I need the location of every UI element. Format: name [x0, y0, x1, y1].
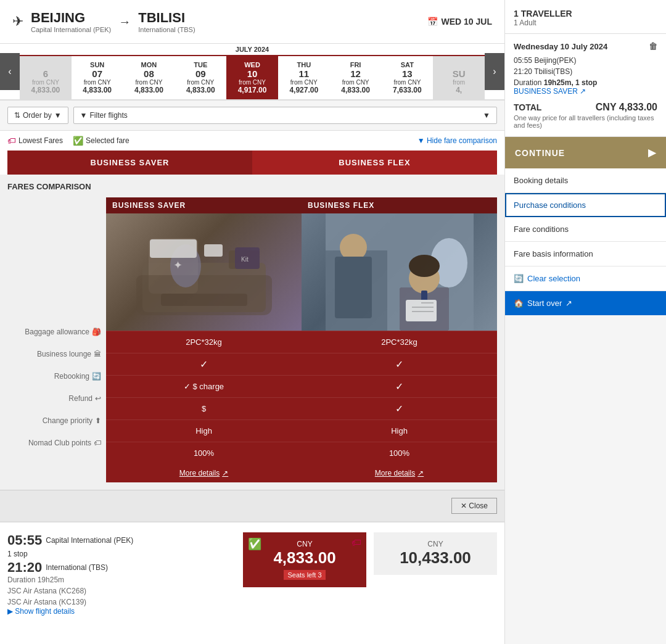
clear-selection-label: Clear selection	[527, 274, 580, 283]
booking-summary: Wednesday 10 July 2024 🗑 05:55 Beijing(P…	[505, 34, 666, 137]
day-name: SAT	[401, 61, 414, 68]
price-from: from	[453, 79, 465, 86]
hide-fare-comparison-link[interactable]: ▼ Hide fare comparison	[417, 136, 497, 145]
airline1: JSC Air Astana (KC268)	[7, 587, 236, 595]
priority-icon: ⬆	[95, 416, 101, 425]
check-icon: ✓	[200, 358, 208, 370]
check-circle-icon: ✅	[73, 136, 83, 146]
lowest-fares-label: Lowest Fares	[18, 136, 63, 145]
price-box-flex[interactable]: CNY 10,433.00	[374, 532, 497, 575]
date-item-tue09[interactable]: TUE 09 from CNY 4,833.00	[175, 56, 226, 99]
origin-city: BEIJING Capital International (PEK)	[31, 10, 111, 33]
booking-duration: Duration 19h25m, 1 stop	[514, 78, 657, 87]
dep-city: Beijing(PEK)	[534, 56, 576, 65]
carousel-prev-button[interactable]: ‹	[0, 53, 20, 90]
flight-header: ✈ BEIJING Capital International (PEK) → …	[0, 0, 504, 44]
booking-details-link[interactable]: Booking details	[505, 168, 666, 193]
date-item-6[interactable]: 6 from CNY 4,833.00	[20, 56, 72, 99]
flex-nomad: 100%	[302, 442, 497, 464]
purchase-conditions-link[interactable]: Purchase conditions	[505, 193, 666, 217]
tab-business-flex[interactable]: BUSINESS FLEX	[252, 151, 497, 175]
svg-text:✦: ✦	[173, 259, 183, 271]
fare-class-link[interactable]: BUSINESS SAVER ↗	[514, 87, 586, 96]
tag-icon: 🏷	[352, 537, 361, 548]
saver-more-details[interactable]: More details ↗	[106, 464, 302, 482]
day-num: 07	[92, 68, 102, 79]
price-val: 4,833.00	[83, 86, 112, 94]
price-box-saver[interactable]: ✅ 🏷 CNY 4,833.00 Seats left 3	[243, 532, 366, 587]
flex-more-details[interactable]: More details ↗	[302, 464, 497, 482]
day-name: SUN	[90, 61, 104, 68]
close-button[interactable]: ✕ Close	[451, 498, 497, 514]
price-val: 4,833.00	[341, 86, 370, 94]
fare-data-columns: BUSINESS SAVER ✦	[106, 197, 497, 482]
external-link-icon3: ↗	[565, 299, 572, 308]
fare-col-business-saver: BUSINESS SAVER ✦	[106, 197, 302, 482]
date-item-fri12[interactable]: FRI 12 from CNY 4,833.00	[330, 56, 382, 99]
fare-basis-info-link[interactable]: Fare basis information	[505, 242, 666, 266]
carousel-next-button[interactable]: ›	[485, 53, 504, 90]
date-item-sat13[interactable]: SAT 13 from CNY 7,633.00	[381, 56, 433, 99]
bag-icon: 🎒	[92, 328, 101, 336]
date-item-thu11[interactable]: THU 11 from CNY 4,927.00	[278, 56, 330, 99]
label-details-spacer	[7, 454, 106, 476]
dest-city: TBILISI International (TBS)	[138, 10, 195, 33]
day-num: 10	[247, 68, 258, 79]
filter-flights-dropdown[interactable]: ▼ Filter flights ▼	[73, 107, 497, 124]
day-name: THU	[297, 61, 311, 68]
business-flex-image	[302, 213, 497, 331]
price-val: 4,833.00	[186, 86, 215, 94]
show-flight-details-link[interactable]: ▶ Show flight details	[7, 607, 75, 616]
start-over-button[interactable]: 🏠 Start over ↗	[505, 291, 666, 315]
date-item-mon08[interactable]: MON 08 from CNY 4,833.00	[123, 56, 175, 99]
clear-selection-button[interactable]: 🔄 Clear selection	[505, 266, 666, 291]
tag-pink-icon: 🏷	[7, 136, 16, 146]
airline2: JSC Air Astana (KC139)	[7, 598, 236, 606]
date-item-sun07[interactable]: SUN 07 from CNY 4,833.00	[72, 56, 123, 99]
arr-place: International (TBS)	[46, 563, 108, 572]
external-link-icon: ↗	[222, 469, 228, 477]
date-item-sun14[interactable]: SU from 4,	[433, 56, 485, 99]
order-by-dropdown[interactable]: ⇅ Order by ▼	[7, 107, 68, 124]
plane-icon: ✈	[12, 14, 23, 30]
fares-comparison-section: FARES COMPARISON Baggage allowance 🎒 Bus…	[0, 175, 504, 490]
tab-business-saver[interactable]: BUSINESS SAVER	[7, 151, 252, 175]
continue-button[interactable]: CONTINUE ▶	[505, 137, 666, 168]
route-arrow: →	[118, 15, 131, 29]
dest-airport: International (TBS)	[138, 26, 195, 33]
business-saver-image: ✦ Kit	[106, 213, 302, 331]
hide-fare-label: Hide fare comparison	[427, 136, 497, 145]
label-change-priority: Change priority ⬆	[7, 410, 106, 432]
price2-currency: CNY	[381, 540, 490, 548]
saver-rebooking: ✓ $ charge	[106, 375, 302, 397]
price-from: from CNY	[136, 79, 163, 86]
day-num: 11	[298, 68, 309, 79]
label-rebooking: Rebooking 🔄	[7, 365, 106, 387]
fare-col-business-flex: BUSINESS FLEX	[302, 197, 497, 482]
booking-date-label: Wednesday 10 July 2024	[514, 42, 607, 51]
refund-icon: ↩	[95, 394, 101, 403]
chevron-right-icon: ▶	[7, 607, 15, 616]
total-price: CNY 4,833.00	[596, 102, 657, 113]
hide-fare-arrow: ▼	[417, 136, 427, 145]
price-from: from CNY	[342, 79, 369, 86]
chevron-down-icon: ▼	[54, 111, 62, 120]
date-item-wed10[interactable]: WED 10 from CNY 4,917.00	[226, 56, 278, 99]
arr-city: Tbilisi(TBS)	[534, 67, 572, 76]
saver-baggage: 2PC*32kg	[106, 331, 302, 353]
day-name	[44, 61, 46, 68]
label-lounge: Business lounge 🏛	[7, 343, 106, 365]
delete-booking-icon[interactable]: 🗑	[649, 41, 657, 51]
price-currency: CNY	[250, 540, 359, 548]
saver-lounge: ✓	[106, 353, 302, 375]
price-from: from CNY	[187, 79, 214, 86]
day-num: 13	[402, 68, 413, 79]
saver-priority: High	[106, 419, 302, 442]
home-icon: 🏠	[514, 299, 524, 308]
external-link-icon2: ↗	[417, 469, 424, 477]
flight-duration: Duration 19h25m	[7, 576, 236, 584]
fare-conditions-link[interactable]: Fare conditions	[505, 217, 666, 242]
total-row: TOTAL CNY 4,833.00	[514, 102, 657, 113]
fare-labels-column: Baggage allowance 🎒 Business lounge 🏛 Re…	[7, 197, 106, 482]
svg-point-18	[409, 255, 440, 277]
